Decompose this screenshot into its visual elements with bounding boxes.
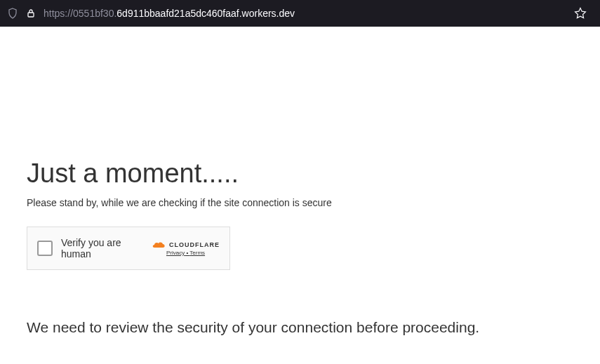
lock-icon bbox=[25, 8, 36, 19]
privacy-link[interactable]: Privacy bbox=[166, 250, 185, 256]
page-subtitle: Please stand by, while we are checking i… bbox=[27, 197, 573, 208]
security-message: We need to review the security of your c… bbox=[27, 319, 573, 336]
terms-link[interactable]: Terms bbox=[189, 250, 205, 256]
page-content: Just a moment..... Please stand by, whil… bbox=[0, 27, 600, 363]
cloudflare-branding: CLOUDFLARE Privacy • Terms bbox=[152, 241, 220, 256]
url-dim-prefix: https://0551bf30. bbox=[44, 8, 116, 19]
url-highlighted: 6d911bbaafd21a5dc460faaf.workers.dev bbox=[116, 8, 295, 19]
cloudflare-logo: CLOUDFLARE bbox=[152, 241, 220, 249]
shield-icon bbox=[7, 8, 18, 19]
cloudflare-links: Privacy • Terms bbox=[166, 250, 205, 256]
address-bar: https://0551bf30.6d911bbaafd21a5dc460faa… bbox=[0, 0, 600, 27]
verify-checkbox[interactable] bbox=[37, 241, 53, 256]
url-text[interactable]: https://0551bf30.6d911bbaafd21a5dc460faa… bbox=[44, 8, 566, 19]
captcha-widget: Verify you are human CLOUDFLARE Privacy … bbox=[27, 227, 230, 270]
svg-rect-0 bbox=[28, 13, 34, 17]
bookmark-star-icon[interactable] bbox=[573, 6, 587, 20]
captcha-label: Verify you are human bbox=[61, 237, 143, 259]
cloudflare-cloud-icon bbox=[152, 241, 167, 249]
cloudflare-brand-text: CLOUDFLARE bbox=[169, 241, 220, 248]
page-title: Just a moment..... bbox=[27, 159, 573, 189]
